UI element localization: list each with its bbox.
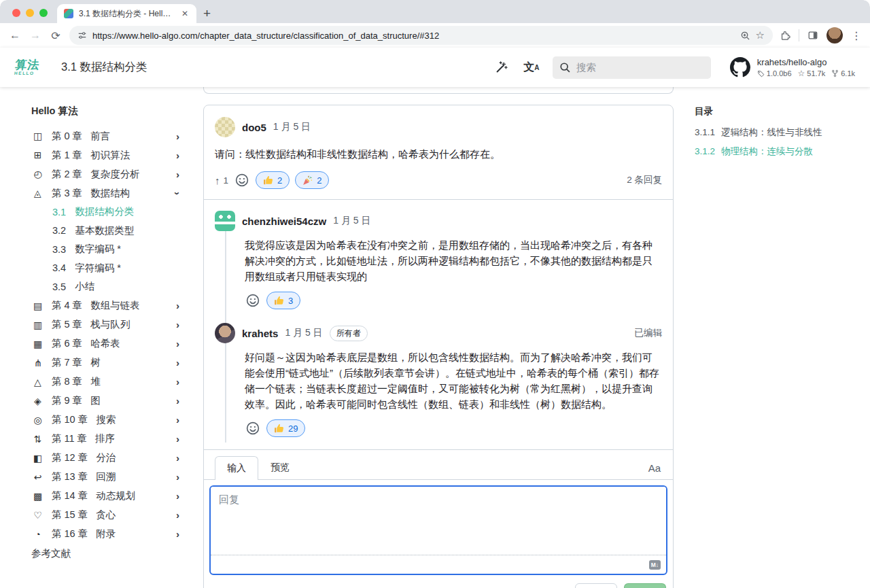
reply-submit-button[interactable]: 回复 <box>624 583 666 588</box>
profile-avatar[interactable] <box>826 27 843 44</box>
sidebar-item-section-3.4[interactable]: 3.4字符编码 * <box>31 259 184 278</box>
new-tab-button[interactable]: + <box>203 7 211 20</box>
forward-icon[interactable]: → <box>29 29 42 41</box>
sidebar-item-section-3.5[interactable]: 3.5小结 <box>31 277 184 296</box>
sidebar-item-chapter-7[interactable]: ⋔第 7 章树› <box>31 353 184 373</box>
github-repo-link[interactable]: krahets/hello-algo 1.0.0b6 ☆51.7k 6.1k <box>730 57 855 77</box>
reload-icon[interactable]: ⟳ <box>49 29 63 42</box>
reaction-thumbs-up[interactable]: 3 <box>266 292 300 309</box>
tab-close-icon[interactable]: ✕ <box>180 9 190 18</box>
add-reaction-button[interactable] <box>234 172 250 188</box>
browser-menu-icon[interactable]: ⋮ <box>851 29 862 42</box>
sidebar-item-chapter-14[interactable]: ▩第 14 章动态规划› <box>31 487 184 506</box>
sidebar-item-chapter-11[interactable]: ⇅第 11 章排序› <box>31 430 184 449</box>
comment-date[interactable]: 1 月 5 日 <box>273 121 311 133</box>
sidebar-item-chapter-8[interactable]: △第 8 章堆› <box>31 373 184 392</box>
tree-icon: ⋔ <box>31 358 44 368</box>
upvote-button[interactable]: ↑ 1 <box>215 175 228 186</box>
chevron-right-icon: › <box>176 300 184 311</box>
chevron-right-icon: › <box>176 414 184 426</box>
sidebar-item-chapter-16[interactable]: ◔第 16 章附录› <box>31 525 184 544</box>
browser-tab[interactable]: 3.1 数据结构分类 - Hello 算法 ✕ <box>57 4 196 23</box>
sidebar-item-section-3.2[interactable]: 3.2基本数据类型 <box>31 222 184 241</box>
sidebar-item-references[interactable]: 参考文献 <box>31 544 184 564</box>
extensions-icon[interactable] <box>780 30 790 41</box>
add-reaction-button[interactable] <box>245 420 261 436</box>
reaction-thumbs-up[interactable]: 2 <box>256 171 290 189</box>
main-content: doo5 1 月 5 日 请问：线性数据结构和非线性数据结构，哈希表为什么都存在… <box>192 87 685 588</box>
avatar[interactable] <box>215 117 235 137</box>
close-window-button[interactable] <box>12 9 20 17</box>
sidebar-item-chapter-0[interactable]: ◫第 0 章前言› <box>31 126 184 145</box>
cancel-button[interactable]: 取消 <box>575 583 617 588</box>
add-reaction-button[interactable] <box>245 292 261 309</box>
heap-icon: △ <box>31 377 44 387</box>
logo-subtext: HELLO <box>14 71 35 76</box>
shapes-icon: ◬ <box>31 188 44 198</box>
chevron-right-icon: › <box>176 433 184 445</box>
reply-author[interactable]: krahets <box>242 328 278 339</box>
sidebar-item-chapter-15[interactable]: ♡第 15 章贪心› <box>31 506 184 525</box>
stack-icon: ▥ <box>31 319 44 330</box>
upvote-count: 1 <box>224 175 229 186</box>
site-logo[interactable]: 算法 HELLO <box>14 59 41 76</box>
markdown-icon[interactable]: M↓ <box>649 560 661 570</box>
fullscreen-window-button[interactable] <box>39 9 48 17</box>
sidebar-item-chapter-3[interactable]: ◬第 3 章数据结构› <box>31 184 184 203</box>
chevron-right-icon: › <box>176 150 184 161</box>
theme-toggle-icon[interactable] <box>493 58 510 76</box>
comment-author[interactable]: doo5 <box>242 122 266 133</box>
backtrack-icon: ↩ <box>31 472 44 483</box>
url-field[interactable]: https://www.hello-algo.com/chapter_data_… <box>69 26 773 45</box>
sidebar-item-chapter-1[interactable]: ⊞第 1 章初识算法› <box>31 145 184 165</box>
repo-meta: 1.0.0b6 ☆51.7k 6.1k <box>757 69 855 77</box>
reply-date[interactable]: 1 月 5 日 <box>285 327 322 339</box>
avatar[interactable] <box>215 211 235 231</box>
array-icon: ▤ <box>31 300 44 311</box>
toc-item-3.1.2[interactable]: 3.1.2物理结构：连续与分散 <box>695 145 856 158</box>
reply-textarea[interactable] <box>211 487 666 555</box>
chevron-right-icon: › <box>176 338 184 349</box>
reply-author[interactable]: chenzhiwei54czw <box>242 215 326 227</box>
party-popper-icon <box>302 175 313 186</box>
sidebar-item-chapter-6[interactable]: ▦第 6 章哈希表› <box>31 334 184 353</box>
sidebar-item-chapter-12[interactable]: ◧第 12 章分治› <box>31 449 184 468</box>
site-settings-icon[interactable] <box>77 31 87 40</box>
toolbar-divider <box>799 29 799 41</box>
reply-body: 好问题～这因为哈希表底层是数组，所以包含线性数据结构。而为了解决哈希冲突，我们可… <box>245 349 662 412</box>
comment-body: 请问：线性数据结构和非线性数据结构，哈希表为什么都存在。 <box>215 146 662 162</box>
text-size-icon[interactable]: Aa <box>647 462 662 479</box>
sidebar-item-chapter-13[interactable]: ↩第 13 章回溯› <box>31 468 184 487</box>
reaction-count: 2 <box>317 175 321 186</box>
edited-label: 已编辑 <box>635 327 663 339</box>
avatar[interactable] <box>215 323 235 343</box>
sidebar-item-chapter-9[interactable]: ◈第 9 章图› <box>31 392 184 411</box>
toc-item-3.1.1[interactable]: 3.1.1逻辑结构：线性与非线性 <box>695 126 856 139</box>
reaction-party-popper[interactable]: 2 <box>295 171 329 189</box>
sidebar-item-chapter-10[interactable]: ◎第 10 章搜索› <box>31 411 184 430</box>
editor-tabs: 输入 预览 Aa <box>204 450 673 480</box>
sidebar-nav: ◫第 0 章前言›⊞第 1 章初识算法›◴第 2 章复杂度分析›◬第 3 章数据… <box>31 126 184 544</box>
side-panel-icon[interactable] <box>807 30 818 41</box>
tab-write[interactable]: 输入 <box>215 456 258 480</box>
reply-body: 我觉得应该是因为哈希表在没有冲突之前，是用数组存储的，当出现哈希冲突之后，有各种… <box>245 237 662 284</box>
tab-preview[interactable]: 预览 <box>258 456 302 479</box>
search-input[interactable]: 搜索 <box>553 56 711 79</box>
back-icon[interactable]: ← <box>8 29 22 41</box>
sidebar-item-section-3.3[interactable]: 3.3数字编码 * <box>31 240 184 259</box>
bookmark-star-icon[interactable]: ☆ <box>756 29 765 41</box>
reply-date[interactable]: 1 月 5 日 <box>333 215 370 227</box>
chevron-right-icon: › <box>176 395 184 407</box>
logo-text: 算法 <box>15 59 41 71</box>
minimize-window-button[interactable] <box>26 9 34 17</box>
reply: krahets 1 月 5 日 所有者 已编辑 好问题～这因为哈希表底层是数组，… <box>215 312 662 448</box>
url-text: https://www.hello-algo.com/chapter_data_… <box>92 31 735 41</box>
language-icon[interactable]: 文A <box>523 58 540 76</box>
sidebar-item-chapter-2[interactable]: ◴第 2 章复杂度分析› <box>31 165 184 184</box>
chevron-right-icon: › <box>176 131 184 142</box>
sidebar-item-chapter-4[interactable]: ▤第 4 章数组与链表› <box>31 296 184 315</box>
reaction-thumbs-up[interactable]: 29 <box>266 419 305 437</box>
zoom-icon[interactable] <box>740 31 750 41</box>
sidebar-item-section-3.1[interactable]: 3.1数据结构分类 <box>31 203 184 222</box>
sidebar-item-chapter-5[interactable]: ▥第 5 章栈与队列› <box>31 315 184 334</box>
